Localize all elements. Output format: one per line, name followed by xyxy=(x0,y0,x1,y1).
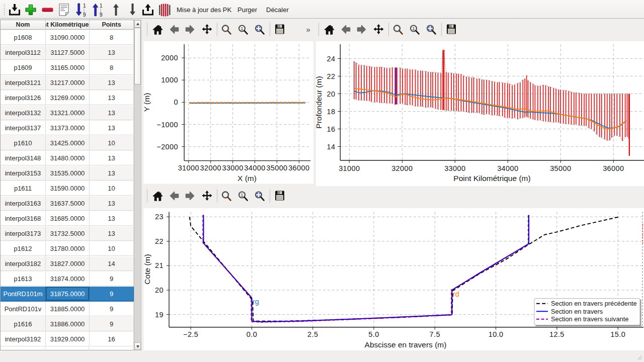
svg-text:rd: rd xyxy=(453,290,459,298)
svg-text:−2.5: −2.5 xyxy=(183,330,198,338)
svg-text:Cote (m): Cote (m) xyxy=(143,254,151,284)
svg-text:35000: 35000 xyxy=(550,164,571,172)
svg-text:2000: 2000 xyxy=(161,54,178,62)
svg-text:32000: 32000 xyxy=(200,164,221,172)
svg-text:20: 20 xyxy=(155,286,164,294)
svg-text:14: 14 xyxy=(327,143,336,151)
svg-text:20: 20 xyxy=(327,90,336,98)
svg-text:»: » xyxy=(306,25,310,34)
svg-text:24: 24 xyxy=(327,55,336,63)
svg-text:Section en travers suivante: Section en travers suivante xyxy=(551,315,628,323)
svg-text:−2000: −2000 xyxy=(156,143,178,151)
svg-text:Abscisse en travers (m): Abscisse en travers (m) xyxy=(365,340,447,349)
svg-text:0.0: 0.0 xyxy=(247,330,257,338)
svg-text:1000: 1000 xyxy=(161,76,178,84)
svg-text:35000: 35000 xyxy=(266,164,287,172)
svg-text:−1000: −1000 xyxy=(156,121,178,129)
svg-text:18: 18 xyxy=(327,108,336,116)
svg-text:21: 21 xyxy=(155,261,164,269)
svg-text:34000: 34000 xyxy=(244,164,265,172)
svg-text:22: 22 xyxy=(327,72,336,80)
svg-text:Section en travers précédente: Section en travers précédente xyxy=(551,300,637,307)
svg-text:10.0: 10.0 xyxy=(489,330,504,338)
svg-text:Point Kilométrique (m): Point Kilométrique (m) xyxy=(453,174,530,183)
svg-text:15.0: 15.0 xyxy=(610,330,625,338)
svg-text:16: 16 xyxy=(327,125,336,133)
svg-text:31000: 31000 xyxy=(178,164,199,172)
svg-text:2.5: 2.5 xyxy=(307,330,318,338)
svg-text:Profondeur (m): Profondeur (m) xyxy=(314,76,323,128)
svg-text:36000: 36000 xyxy=(288,164,309,172)
svg-text:0: 0 xyxy=(174,98,178,106)
svg-text:7.5: 7.5 xyxy=(430,330,440,338)
svg-text:36000: 36000 xyxy=(603,164,624,172)
svg-text:31000: 31000 xyxy=(339,164,360,172)
svg-text:19: 19 xyxy=(155,311,164,319)
svg-text:33000: 33000 xyxy=(222,164,243,172)
svg-text:Section en travers: Section en travers xyxy=(551,308,603,315)
svg-text:12.5: 12.5 xyxy=(549,330,565,338)
svg-text:34000: 34000 xyxy=(497,164,518,172)
svg-text:rg: rg xyxy=(253,298,259,306)
svg-text:Y (m): Y (m) xyxy=(142,93,151,112)
svg-text:X (m): X (m) xyxy=(237,174,257,183)
svg-text:5.0: 5.0 xyxy=(368,330,379,338)
svg-text:22: 22 xyxy=(155,237,164,245)
svg-text:33000: 33000 xyxy=(444,164,465,172)
svg-text:23: 23 xyxy=(155,213,164,221)
svg-text:32000: 32000 xyxy=(391,164,413,172)
